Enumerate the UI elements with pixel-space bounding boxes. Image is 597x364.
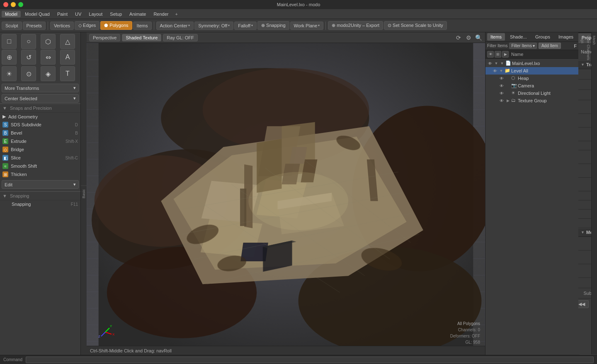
tool-scale[interactable]: ⇔	[41, 50, 56, 65]
camera-eye[interactable]: 👁	[499, 83, 505, 89]
tags-tab[interactable]: Tags	[580, 32, 585, 355]
smooth-shift-item[interactable]: ≈ Smooth Shift	[0, 162, 80, 170]
modo2unity-button[interactable]: ⊕ modo2Unity – Export	[328, 21, 383, 30]
menu-model[interactable]: Model	[2, 11, 21, 17]
extrude-icon: E	[2, 138, 8, 144]
action-center-button[interactable]: Action Center ▾	[156, 22, 194, 30]
root-expand2[interactable]: ▼	[500, 61, 505, 66]
level-all-item[interactable]: 👁 ▼ 📁 Level All	[485, 67, 578, 75]
tool-light[interactable]: ☀	[2, 66, 17, 81]
filter-dropdown[interactable]: Filter Items ▾	[509, 43, 536, 49]
tool-camera[interactable]: ⊙	[21, 66, 36, 81]
dir-light-item[interactable]: 👁 ☀ Directional Light	[485, 89, 578, 97]
level-expand[interactable]: ▼	[499, 68, 504, 73]
tree-expand-icon[interactable]: ▶	[502, 51, 509, 58]
svg-line-42	[105, 328, 109, 332]
tree-root[interactable]: 👁 ▼ ▼ 📄 MainLevel.lxo	[485, 60, 578, 67]
items-tab[interactable]: Items	[487, 33, 505, 41]
edit-arrow: ▾	[73, 182, 76, 187]
shaded-texture-tab[interactable]: Shaded Texture	[122, 34, 161, 41]
menu-render[interactable]: Render	[150, 11, 172, 17]
bevel-icon: B	[2, 130, 8, 136]
vp-refresh-icon[interactable]: ⟳	[454, 34, 463, 42]
texture-group-item[interactable]: 👁 ▶ 🗂 Texture Group	[485, 97, 578, 104]
tool-text[interactable]: A	[60, 50, 75, 65]
center-selected-dropdown[interactable]: Center Selected ▾	[2, 94, 79, 103]
heap-item[interactable]: 👁 ⬡ Heap	[485, 75, 578, 82]
main-content: □ ○ ⬡ △ ⊕ ↺ ⇔ A ☀ ⊙ ◈ T More Transforms …	[0, 32, 597, 355]
snapping-section-header[interactable]: ▼ Snapping	[0, 191, 80, 200]
filter-f-button[interactable]: F	[574, 43, 577, 48]
snapping-item[interactable]: Snapping F11	[0, 200, 80, 208]
tool-cylinder[interactable]: ⬡	[41, 34, 56, 49]
mesh-vert-tab[interactable]: Mesh	[591, 32, 597, 355]
sds-subdivide-item[interactable]: S SDS Subdivide D	[0, 121, 80, 129]
vertices-button[interactable]: Vertices	[50, 22, 74, 30]
falloff-button[interactable]: Falloff ▾	[234, 22, 257, 30]
tool-text2[interactable]: T	[60, 66, 75, 81]
snaps-precision-header[interactable]: ▼ Snaps and Precision	[0, 104, 80, 113]
bevel-item[interactable]: B Bevel B	[0, 129, 80, 137]
polygons-button[interactable]: ⬟ Polygons	[100, 21, 132, 30]
root-eye[interactable]: 👁	[487, 60, 493, 66]
menu-paint[interactable]: Paint	[54, 11, 71, 17]
tool-box[interactable]: □	[2, 34, 17, 49]
menu-uv[interactable]: UV	[72, 11, 85, 17]
edit-dropdown[interactable]: Edit ▾	[2, 180, 79, 189]
bridge-item[interactable]: ◇ Bridge	[0, 145, 80, 154]
tex-group-label: Texture Group	[518, 98, 577, 103]
camera-item[interactable]: 👁 📷 Camera	[485, 82, 578, 89]
user-channels-tab[interactable]: User Channels	[585, 32, 591, 355]
level-eye[interactable]: 👁	[492, 68, 498, 74]
tex-group-expand[interactable]: ▶	[505, 98, 510, 103]
symmetry-button[interactable]: Symmetry: Off ▾	[194, 22, 233, 30]
vp-search-icon[interactable]: 🔍	[474, 34, 483, 42]
slice-item[interactable]: ◧ Slice Shift-C	[0, 154, 80, 162]
more-transforms-dropdown[interactable]: More Transforms ▾	[2, 84, 79, 92]
raygl-tab[interactable]: Ray GL: OFF	[163, 34, 197, 41]
perspective-tab[interactable]: Perspective	[89, 34, 120, 41]
set-scene-scale-button[interactable]: ⊙ Set Scene Scale to Unity	[384, 21, 447, 30]
vp-settings-icon[interactable]: ⚙	[464, 34, 473, 42]
command-input[interactable]	[26, 357, 594, 363]
viewport-canvas[interactable]: All Polygons Channels: 0 Deformers: OFF …	[87, 43, 485, 355]
heap-eye[interactable]: 👁	[499, 75, 505, 81]
root-expand[interactable]: ▼	[494, 61, 499, 66]
items-button[interactable]: Items	[133, 22, 152, 30]
menu-setup[interactable]: Setup	[107, 11, 125, 17]
gl-info: GL: 958	[450, 339, 480, 345]
presets-button[interactable]: Presets	[23, 22, 46, 30]
menu-model-quad[interactable]: Model Quad	[22, 11, 53, 17]
add-item-button[interactable]: Add Item	[539, 43, 561, 49]
tool-rotate[interactable]: ↺	[21, 50, 36, 65]
groups-tab[interactable]: Groups	[532, 33, 553, 41]
sculpt-button[interactable]: Sculpt	[2, 22, 22, 30]
viewport-status-bar: Ctrl-Shift-Middle Click and Drag: navRol…	[87, 346, 485, 355]
tree-lock-icon[interactable]: ⊞	[495, 51, 501, 58]
menu-plus[interactable]: +	[172, 11, 180, 17]
tool-sphere[interactable]: ○	[21, 34, 36, 49]
viewport-toolbar: Perspective Shaded Texture Ray GL: OFF ⟳…	[87, 32, 485, 43]
images-tab[interactable]: Images	[555, 33, 577, 41]
shade-tab[interactable]: Shade...	[507, 33, 530, 41]
close-button[interactable]	[3, 2, 8, 7]
center-selected-arrow: ▾	[73, 96, 76, 101]
edges-button[interactable]: ◇ Edges	[75, 21, 100, 30]
vert-label-basic[interactable]: Basic	[81, 186, 87, 202]
tool-cone[interactable]: △	[60, 34, 75, 49]
add-geometry-item[interactable]: ▶ Add Geometry	[0, 113, 80, 121]
work-plane-button[interactable]: Work Plane ▾	[290, 22, 324, 30]
tool-locator[interactable]: ◈	[41, 66, 56, 81]
thicken-item[interactable]: ⊞ Thicken	[0, 170, 80, 178]
more-transforms-arrow: ▾	[73, 85, 76, 91]
snapping-button[interactable]: ⊕ Snapping	[257, 21, 289, 30]
tool-move[interactable]: ⊕	[2, 50, 17, 65]
extrude-item[interactable]: E Extrude Shift-X	[0, 137, 80, 145]
menu-layout[interactable]: Layout	[85, 11, 106, 17]
menu-animate[interactable]: Animate	[126, 11, 149, 17]
dir-light-eye[interactable]: 👁	[499, 90, 505, 96]
tex-group-eye[interactable]: 👁	[499, 98, 505, 104]
tree-eye-icon[interactable]: 👁	[487, 51, 494, 58]
maximize-button[interactable]	[18, 2, 23, 7]
minimize-button[interactable]	[11, 2, 16, 7]
